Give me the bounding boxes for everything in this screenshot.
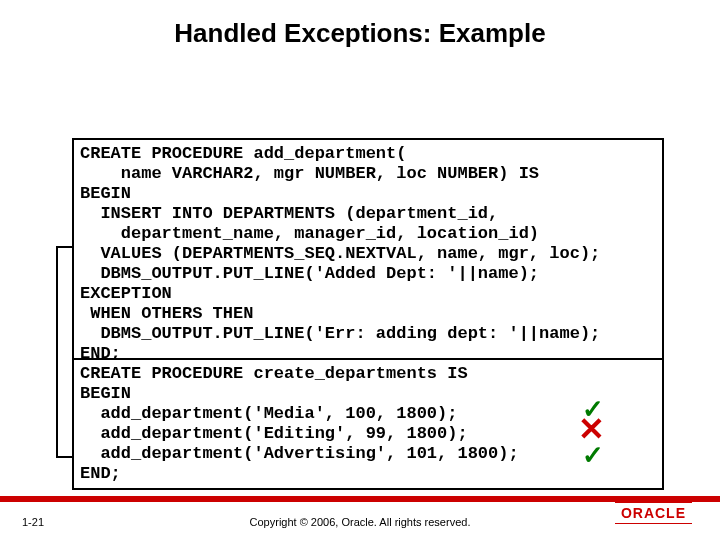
slide-title: Handled Exceptions: Example: [0, 18, 720, 49]
oracle-logo: ORACLE: [615, 502, 692, 524]
copyright-text: Copyright © 2006, Oracle. All rights res…: [0, 516, 720, 528]
check-icon: ✓: [582, 440, 604, 471]
footer-divider: [0, 496, 720, 502]
code-block-add-department: CREATE PROCEDURE add_department( name VA…: [72, 138, 664, 371]
connector-line: [56, 246, 58, 458]
slide: Handled Exceptions: Example CREATE PROCE…: [0, 0, 720, 540]
connector-line: [56, 246, 72, 248]
connector-line: [56, 456, 72, 458]
code-block-create-departments: CREATE PROCEDURE create_departments IS B…: [72, 358, 664, 490]
